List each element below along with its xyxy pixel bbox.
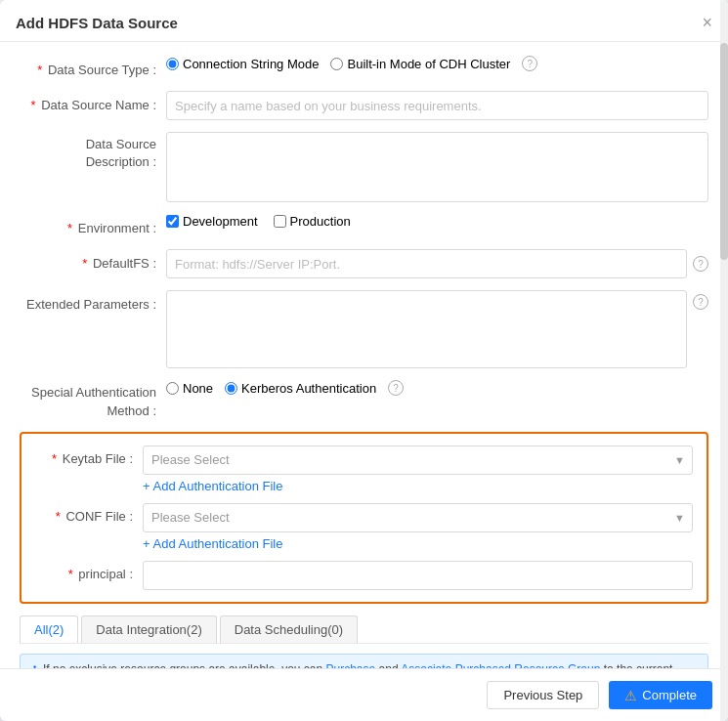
conf-file-select[interactable]: Please Select	[143, 503, 693, 532]
keytab-file-select[interactable]: Please Select	[143, 445, 693, 475]
radio-none[interactable]: None	[166, 381, 213, 396]
dialog-body: * Data Source Type : Connection String M…	[0, 42, 728, 668]
environment-row: * Environment : Development Production	[20, 214, 708, 237]
default-fs-control: ?	[166, 249, 708, 278]
special-auth-control: None Kerberos Authentication ?	[166, 380, 708, 396]
keytab-file-row: * Keytab File : Please Select ▼ + Add Au…	[35, 445, 693, 493]
conf-file-select-wrap: Please Select ▼	[143, 503, 693, 532]
prev-step-button[interactable]: Previous Step	[487, 681, 599, 709]
dialog-header: Add HDFS Data Source ×	[0, 0, 728, 42]
scrollbar-track	[720, 0, 728, 721]
radio-kerberos[interactable]: Kerberos Authentication	[225, 381, 376, 396]
data-source-name-label: * Data Source Name :	[20, 91, 166, 114]
extended-params-input[interactable]	[166, 290, 687, 368]
keytab-file-label: * Keytab File :	[35, 445, 143, 466]
tab-data-integration[interactable]: Data Integration(2)	[81, 615, 216, 643]
data-source-name-control	[166, 91, 708, 120]
radio-builtin[interactable]: Built-in Mode of CDH Cluster	[330, 57, 510, 71]
keytab-add-file-link[interactable]: + Add Authentication File	[143, 479, 282, 493]
dialog-footer: Previous Step ⚠ Complete	[0, 668, 728, 721]
conf-add-file-link[interactable]: + Add Authentication File	[143, 536, 282, 551]
keytab-file-control: Please Select ▼ + Add Authentication Fil…	[143, 445, 693, 493]
extended-params-row: Extended Parameters : ?	[20, 290, 708, 368]
conf-file-control: Please Select ▼ + Add Authentication Fil…	[143, 503, 693, 551]
required-star: *	[37, 63, 42, 77]
extended-params-help-icon[interactable]: ?	[693, 294, 708, 310]
extended-params-wrap: ?	[166, 290, 708, 368]
radio-connection-string[interactable]: Connection String Mode	[166, 57, 319, 71]
conf-file-label: * CONF File :	[35, 503, 143, 524]
close-button[interactable]: ×	[702, 14, 712, 31]
add-hdfs-dialog: Add HDFS Data Source × * Data Source Typ…	[0, 0, 728, 721]
special-auth-row: Special Authentication Method : None Ker…	[20, 380, 708, 419]
info-banner: ℹ If no exclusive resource groups are av…	[20, 654, 708, 668]
data-source-description-label: Data Source Description :	[20, 132, 166, 171]
environment-options: Development Production	[166, 214, 351, 229]
principal-label: * principal :	[35, 561, 143, 581]
tab-all[interactable]: All(2)	[20, 615, 78, 643]
keytab-file-select-wrap: Please Select ▼	[143, 445, 693, 475]
env-production[interactable]: Production	[274, 214, 351, 229]
data-source-description-input[interactable]	[166, 132, 708, 202]
principal-control	[143, 561, 693, 590]
scrollbar-thumb[interactable]	[720, 43, 728, 259]
resource-tabs: All(2) Data Integration(2) Data Scheduli…	[20, 615, 708, 644]
environment-control: Development Production	[166, 214, 708, 229]
data-source-type-control: Connection String Mode Built-in Mode of …	[166, 56, 708, 71]
data-source-type-radio-group: Connection String Mode Built-in Mode of …	[166, 56, 537, 71]
conf-file-row: * CONF File : Please Select ▼ + Add Auth…	[35, 503, 693, 551]
data-source-name-input[interactable]	[166, 91, 708, 120]
special-auth-radio-group: None Kerberos Authentication ?	[166, 380, 404, 396]
warning-icon: ⚠	[624, 688, 637, 703]
data-source-description-row: Data Source Description :	[20, 132, 708, 202]
default-fs-row: * DefaultFS : ?	[20, 249, 708, 278]
default-fs-label: * DefaultFS :	[20, 249, 166, 273]
special-auth-help-icon[interactable]: ?	[388, 380, 404, 396]
env-development[interactable]: Development	[166, 214, 258, 229]
dialog-title: Add HDFS Data Source	[16, 15, 178, 31]
default-fs-input[interactable]	[166, 249, 687, 278]
principal-row: * principal :	[35, 561, 693, 590]
special-auth-label: Special Authentication Method :	[20, 380, 166, 419]
data-source-description-control	[166, 132, 708, 202]
default-fs-wrap: ?	[166, 249, 708, 278]
tab-data-scheduling[interactable]: Data Scheduling(0)	[220, 615, 358, 643]
data-source-type-row: * Data Source Type : Connection String M…	[20, 56, 708, 79]
kerberos-auth-section: * Keytab File : Please Select ▼ + Add Au…	[20, 432, 708, 604]
complete-button[interactable]: ⚠ Complete	[609, 681, 712, 709]
environment-label: * Environment :	[20, 214, 166, 237]
data-source-type-label: * Data Source Type :	[20, 56, 166, 79]
default-fs-help-icon[interactable]: ?	[693, 256, 708, 272]
principal-input[interactable]	[143, 561, 693, 590]
extended-params-label: Extended Parameters :	[20, 290, 166, 314]
extended-params-control: ?	[166, 290, 708, 368]
data-source-type-help-icon[interactable]: ?	[522, 56, 537, 71]
data-source-name-row: * Data Source Name :	[20, 91, 708, 120]
